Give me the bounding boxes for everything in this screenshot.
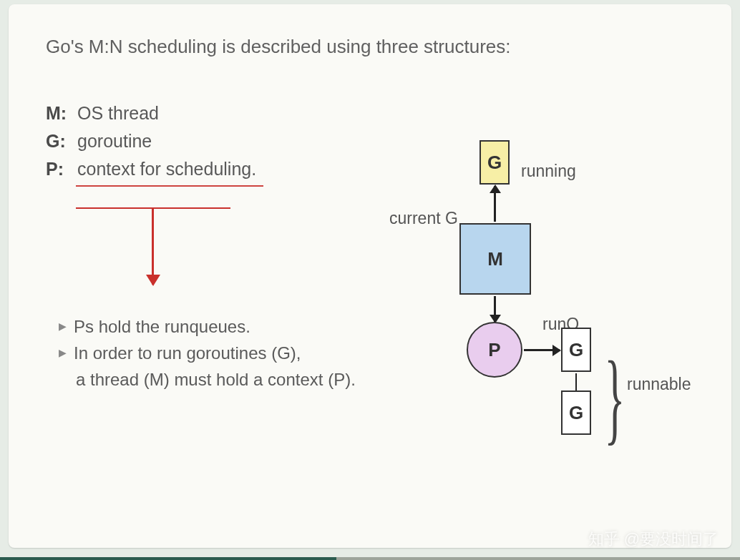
p-label: P: [488, 339, 500, 361]
def-val-p-wrap: context for scheduling.: [77, 155, 256, 183]
bullet-icon: ▶: [59, 319, 67, 340]
g-label-runq1: G: [569, 339, 583, 361]
def-key-p: P:: [46, 155, 70, 183]
watermark-text: 知乎 @要没时间了: [588, 529, 719, 550]
current-g-label: current G: [389, 209, 458, 228]
def-key-m: M:: [46, 99, 70, 127]
bullet-2-cont: a thread (M) must hold a context (P).: [76, 366, 356, 393]
def-row-m: M: OS thread: [46, 99, 694, 127]
arrow-p-to-runq: [524, 349, 560, 351]
runq-connector: [575, 373, 577, 390]
arrow-m-to-g: [494, 186, 496, 222]
def-val-m: OS thread: [77, 99, 159, 127]
bullet-icon: ▶: [59, 345, 67, 366]
def-key-g: G:: [46, 127, 70, 155]
bullet-list: ▶ Ps hold the runqueues. ▶ In order to r…: [59, 313, 356, 393]
def-val-g: goroutine: [77, 127, 152, 155]
def-val-p: context for scheduling.: [77, 159, 256, 179]
slide-title: Go's M:N scheduling is described using t…: [46, 36, 694, 58]
gmp-diagram: G running current G M P runQ G G } runna…: [409, 140, 696, 476]
red-arrow-down: [152, 207, 154, 285]
m-label: M: [487, 248, 503, 270]
g-label: G: [487, 152, 502, 174]
g-box-runq-1: G: [561, 328, 591, 372]
bullet-2-text: In order to run goroutines (G),: [74, 340, 301, 366]
runnable-label: runnable: [627, 375, 691, 394]
p-circle: P: [467, 322, 522, 378]
arrow-m-to-p: [494, 296, 496, 322]
progress-bar-fg: [0, 557, 336, 560]
slide-card: Go's M:N scheduling is described using t…: [9, 4, 731, 548]
g-box-runq-2: G: [561, 390, 591, 435]
bullet-1: ▶ Ps hold the runqueues.: [59, 313, 356, 340]
brace-icon: }: [604, 362, 625, 434]
g-box-running: G: [479, 140, 510, 185]
bullet-2: ▶ In order to run goroutines (G),: [59, 340, 356, 366]
g-label-runq2: G: [569, 402, 583, 424]
bullet-1-text: Ps hold the runqueues.: [74, 313, 250, 340]
red-underline: [76, 185, 263, 187]
m-box: M: [459, 223, 531, 295]
running-label: running: [521, 162, 576, 181]
